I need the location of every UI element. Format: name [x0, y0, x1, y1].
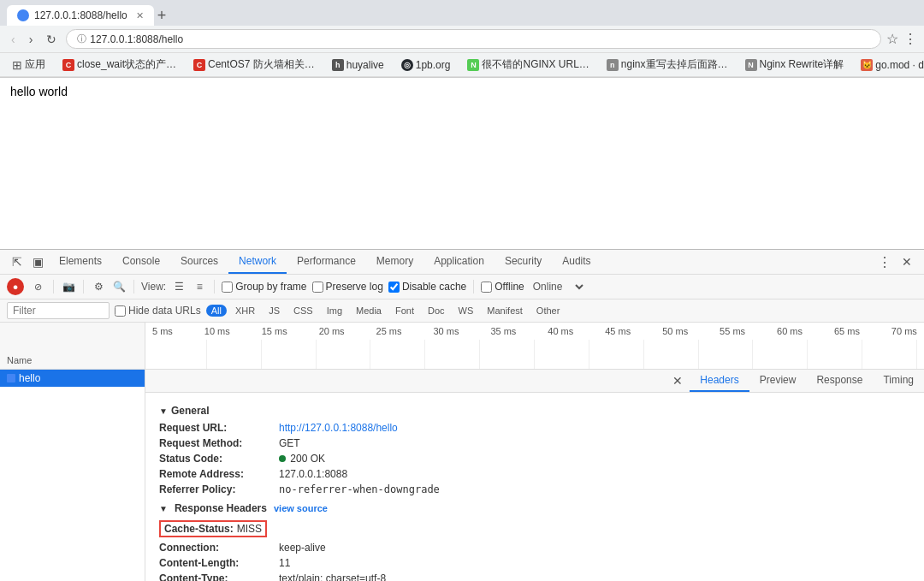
timeline-col-3 [262, 340, 317, 369]
bookmark-2[interactable]: C CentOS7 防火墙相关… [188, 56, 320, 74]
timeline-col-11 [699, 340, 754, 369]
timeline: Name 5 ms 10 ms 15 ms 20 ms 25 ms 30 ms … [0, 323, 924, 370]
devtools-close-icon[interactable]: ✕ [897, 252, 917, 272]
filter-type-img[interactable]: Img [322, 305, 347, 317]
filter-button[interactable]: ⚙ [91, 279, 106, 294]
bookmark-4[interactable]: ◎ 1pb.org [396, 57, 456, 73]
new-tab-button[interactable]: + [157, 7, 167, 25]
filter-type-media[interactable]: Media [351, 305, 387, 317]
remote-address-row: Remote Address: 127.0.0.1:8088 [159, 466, 910, 482]
request-url-link[interactable]: http://127.0.0.1:8088/hello [279, 422, 398, 434]
bookmark-favicon-8: 🐱 [861, 59, 873, 71]
view-list-icon[interactable]: ☰ [171, 279, 187, 294]
bookmark-1[interactable]: C close_wait状态的产… [57, 56, 181, 74]
request-method-label: Request Method: [159, 437, 279, 449]
filter-type-css[interactable]: CSS [288, 305, 318, 317]
toolbar-separator-5 [473, 280, 474, 293]
tab-audits[interactable]: Audits [552, 250, 601, 274]
bookmark-favicon-6: n [607, 59, 619, 71]
details-content: ▼ General Request URL: http://127.0.0.1:… [145, 393, 924, 581]
filter-type-doc[interactable]: Doc [423, 305, 450, 317]
bookmark-8[interactable]: 🐱 go.mod · develop [856, 57, 924, 73]
details-tab-timing[interactable]: Timing [873, 370, 924, 392]
tab-elements[interactable]: Elements [49, 250, 112, 274]
devtools-panel: ⇱ ▣ Elements Console Sources Network Per… [0, 249, 924, 581]
filter-type-all[interactable]: All [206, 305, 227, 317]
request-url-value: http://127.0.0.1:8088/hello [279, 422, 398, 434]
bookmark-favicon-7: N [745, 59, 757, 71]
details-tab-headers[interactable]: Headers [690, 370, 749, 392]
tl-30ms: 30 ms [433, 326, 459, 336]
hello-world-text: hello world [10, 85, 68, 98]
filter-type-manifest[interactable]: Manifest [482, 305, 528, 317]
offline-checkbox[interactable]: Offline [481, 281, 524, 293]
apps-bookmark[interactable]: ⊞ 应用 [7, 56, 50, 74]
referrer-policy-label: Referrer Policy: [159, 483, 279, 495]
filter-type-font[interactable]: Font [390, 305, 419, 317]
tab-network[interactable]: Network [228, 250, 287, 274]
record-button[interactable]: ● [7, 278, 24, 295]
general-collapse-icon[interactable]: ▼ [159, 406, 168, 416]
tab-memory[interactable]: Memory [366, 250, 424, 274]
security-icon: ⓘ [77, 33, 86, 45]
bookmark-star-icon[interactable]: ☆ [886, 31, 898, 47]
back-button[interactable]: ‹ [7, 30, 20, 49]
details-tab-bar: ✕ Headers Preview Response Timing [145, 370, 924, 393]
request-row-hello[interactable]: hello [0, 370, 145, 387]
tab-sources[interactable]: Sources [170, 250, 228, 274]
tab-bar: 127.0.0.1:8088/hello ✕ + [0, 0, 924, 26]
devtools-undock-icon[interactable]: ⇱ [7, 252, 27, 272]
details-tab-preview[interactable]: Preview [749, 370, 807, 392]
throttle-select[interactable]: Online Fast 3G Slow 3G Offline [530, 280, 586, 293]
general-title-text: General [171, 405, 210, 417]
cache-status-highlighted: Cache-Status: MISS [159, 520, 267, 537]
forward-button[interactable]: › [25, 30, 38, 49]
devtools-more-icon[interactable]: ⋮ [873, 251, 897, 274]
tl-50ms: 50 ms [662, 326, 688, 336]
filter-type-xhr[interactable]: XHR [230, 305, 260, 317]
tab-security[interactable]: Security [495, 250, 552, 274]
tab-console[interactable]: Console [112, 250, 170, 274]
tab-performance[interactable]: Performance [287, 250, 366, 274]
bookmark-3[interactable]: h huyalive [327, 57, 389, 73]
search-button[interactable]: 🔍 [111, 279, 127, 294]
camera-button[interactable]: 📷 [61, 279, 76, 294]
timeline-name-column: Name [0, 323, 145, 369]
response-headers-section-title: ▼ Response Headers view source [159, 497, 910, 518]
details-close-button[interactable]: ✕ [666, 371, 690, 391]
view-waterfall-icon[interactable]: ≡ [192, 279, 207, 294]
active-tab[interactable]: 127.0.0.1:8088/hello ✕ [7, 5, 154, 26]
menu-icon[interactable]: ⋮ [903, 31, 917, 47]
filter-input[interactable] [7, 302, 110, 319]
tab-close-button[interactable]: ✕ [136, 10, 144, 21]
bookmark-6[interactable]: n nginx重写去掉后面路… [601, 56, 733, 74]
timeline-col-12 [753, 340, 808, 369]
bookmark-5[interactable]: N 很不错的NGINX URL… [462, 56, 594, 74]
group-by-frame-checkbox[interactable]: Group by frame [222, 281, 306, 293]
hide-data-urls-checkbox[interactable]: Hide data URLs [115, 305, 201, 317]
preserve-log-checkbox[interactable]: Preserve log [312, 281, 383, 293]
devtools-dock-icon[interactable]: ▣ [27, 252, 49, 272]
disable-cache-checkbox[interactable]: Disable cache [388, 281, 466, 293]
filter-type-js[interactable]: JS [264, 305, 285, 317]
clear-button[interactable]: ⊘ [29, 278, 46, 295]
browser-chrome: 127.0.0.1:8088/hello ✕ + ‹ › ↻ ⓘ 127.0.0… [0, 0, 924, 78]
timeline-col-10 [644, 340, 699, 369]
details-tab-response[interactable]: Response [806, 370, 873, 392]
tab-application[interactable]: Application [424, 250, 495, 274]
filter-type-other[interactable]: Other [531, 305, 566, 317]
request-method-row: Request Method: GET [159, 436, 910, 451]
filter-bar: Hide data URLs All XHR JS CSS Img Media … [0, 299, 924, 323]
nav-bar: ‹ › ↻ ⓘ 127.0.0.1:8088/hello ☆ ⋮ [0, 26, 924, 53]
filter-type-ws[interactable]: WS [453, 305, 479, 317]
response-headers-title-text: Response Headers [175, 502, 267, 514]
bookmark-7[interactable]: N Nginx Rewrite详解 [740, 56, 850, 74]
view-source-link[interactable]: view source [274, 503, 328, 513]
tl-15ms: 15 ms [262, 326, 287, 336]
timeline-col-7 [480, 340, 535, 369]
address-bar[interactable]: ⓘ 127.0.0.1:8088/hello [66, 29, 881, 49]
view-label: View: [141, 281, 166, 293]
response-headers-collapse-icon[interactable]: ▼ [159, 504, 168, 513]
referrer-policy-value: no-referrer-when-downgrade [279, 483, 440, 495]
reload-button[interactable]: ↻ [42, 30, 61, 49]
